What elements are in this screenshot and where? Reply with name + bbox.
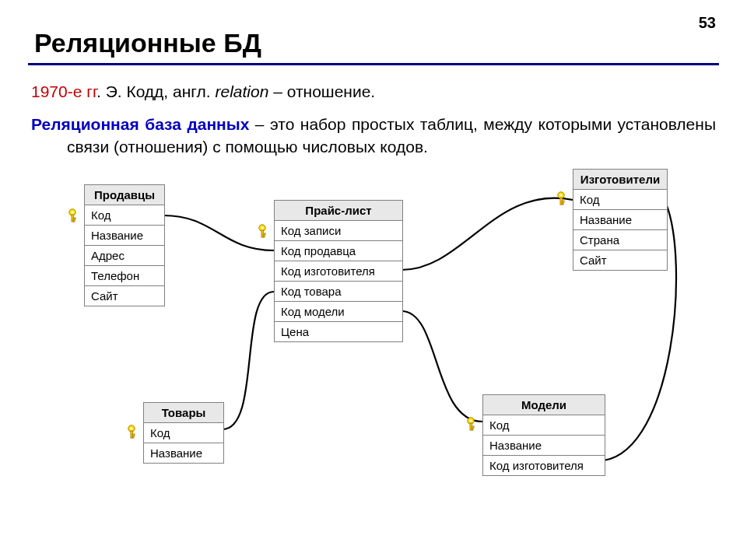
table-row: Страна: [573, 230, 667, 250]
svg-rect-13: [562, 201, 564, 202]
table-row: Код: [573, 190, 667, 210]
svg-rect-3: [73, 218, 75, 219]
table-models-title: Модели: [483, 395, 605, 415]
svg-rect-8: [263, 233, 265, 235]
svg-rect-14: [562, 203, 563, 205]
table-sellers: Продавцы Код Название Адрес Телефон Сайт: [84, 184, 165, 306]
table-row: Код: [85, 205, 164, 226]
table-pricelist-title: Прайс-лист: [275, 201, 402, 221]
svg-rect-4: [73, 220, 75, 222]
table-sellers-title: Продавцы: [85, 185, 164, 205]
table-row: Цена: [275, 322, 402, 341]
table-row: Название: [573, 210, 667, 230]
diagram-canvas: Продавцы Код Название Адрес Телефон Сайт…: [28, 169, 719, 527]
table-row: Код: [144, 423, 223, 443]
svg-rect-9: [263, 236, 265, 237]
intro-tail: – отношение.: [268, 82, 375, 100]
table-row: Код записи: [275, 221, 402, 241]
table-row: Сайт: [85, 286, 164, 306]
svg-point-1: [71, 211, 73, 213]
table-row: Код изготовителя: [483, 456, 605, 475]
svg-point-11: [559, 194, 562, 196]
table-models: Модели Код Название Код изготовителя: [482, 394, 605, 476]
table-pricelist: Прайс-лист Код записи Код продавца Код и…: [274, 200, 403, 342]
table-goods-title: Товары: [144, 403, 223, 423]
table-makers: Изготовители Код Название Страна Сайт: [573, 169, 668, 271]
table-row: Название: [483, 436, 605, 456]
svg-rect-24: [472, 429, 473, 430]
intro-relation: relation: [215, 82, 268, 100]
table-row: Код: [483, 415, 605, 436]
title-rule: [28, 63, 719, 65]
table-row: Адрес: [85, 246, 164, 266]
page-number: 53: [699, 14, 716, 32]
slide: 53 Реляционные БД 1970-е гг. Э. Кодд, ан…: [0, 0, 747, 560]
key-icon: [257, 223, 272, 239]
key-icon: [556, 191, 571, 206]
svg-rect-23: [472, 426, 474, 428]
intro-rest1: . Э. Кодд, англ.: [96, 82, 215, 100]
table-row: Код продавца: [275, 241, 402, 261]
key-icon: [67, 208, 82, 223]
slide-title: Реляционные БД: [34, 28, 719, 58]
table-row: Телефон: [85, 266, 164, 286]
intro-line: 1970-е гг. Э. Кодд, англ. relation – отн…: [31, 81, 716, 103]
table-goods: Товары Код Название: [143, 402, 224, 464]
svg-rect-19: [132, 436, 134, 438]
table-row: Код изготовителя: [275, 261, 402, 282]
table-row: Название: [144, 443, 223, 463]
key-icon: [465, 416, 481, 432]
key-icon: [126, 424, 142, 439]
svg-point-21: [469, 419, 472, 422]
svg-rect-18: [132, 434, 135, 436]
table-row: Название: [85, 226, 164, 246]
svg-point-6: [261, 226, 263, 229]
table-makers-title: Изготовители: [573, 170, 667, 190]
svg-point-16: [130, 427, 132, 429]
definition-line: Реляционная база данных – это набор прос…: [31, 114, 716, 158]
intro-years: 1970-е гг: [31, 82, 96, 100]
definition-term: Реляционная база данных: [31, 115, 249, 133]
table-row: Код товара: [275, 282, 402, 302]
table-row: Сайт: [573, 250, 667, 270]
table-row: Код модели: [275, 302, 402, 322]
